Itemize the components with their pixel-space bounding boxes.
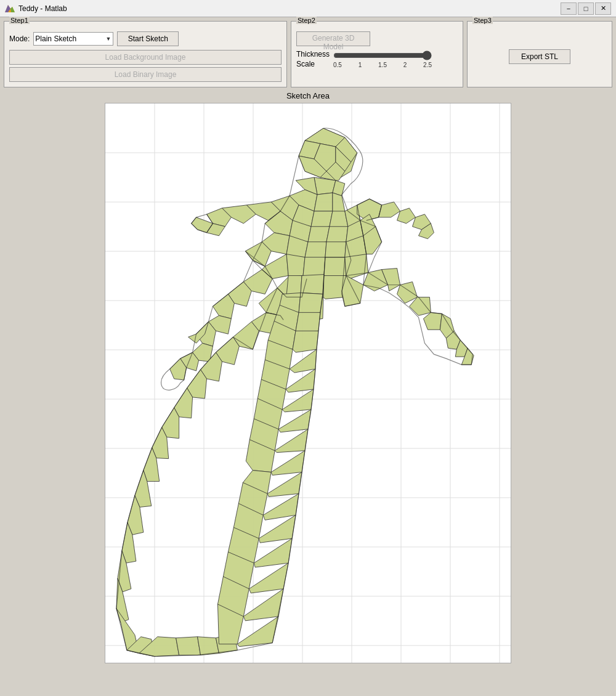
- slider-container: 0.5 1 1.5 2 2.5: [333, 51, 432, 68]
- svg-marker-129: [278, 410, 311, 432]
- scale-tick-3: 2: [403, 62, 407, 68]
- generate-3d-button[interactable]: Generate 3D Model: [296, 31, 370, 46]
- svg-marker-137: [263, 493, 299, 520]
- step3-title: Step3: [472, 17, 493, 24]
- load-background-image-button[interactable]: Load Background Image: [9, 50, 282, 65]
- svg-marker-133: [271, 451, 305, 475]
- svg-marker-60: [325, 242, 346, 259]
- scale-tick-0: 0.5: [333, 62, 342, 68]
- svg-marker-125: [286, 369, 315, 392]
- svg-marker-109: [176, 637, 201, 655]
- step1-panel: Step1 Mode: Plain Sketch Background Imag…: [4, 21, 287, 87]
- sketch-area-label: Sketch Area: [286, 91, 330, 100]
- svg-marker-2: [10, 7, 15, 12]
- svg-marker-145: [243, 589, 283, 621]
- step2-inner: Generate 3D Model ThicknessScale 0.5 1 1…: [296, 31, 458, 69]
- step1-row1: Mode: Plain Sketch Background Image Bina…: [9, 31, 282, 46]
- scale-tick-4: 2.5: [423, 62, 432, 68]
- thickness-slider[interactable]: [333, 51, 432, 60]
- toolbar-row: Step1 Mode: Plain Sketch Background Imag…: [4, 21, 612, 87]
- titlebar-left: Teddy - Matlab: [5, 4, 67, 14]
- svg-marker-141: [254, 538, 292, 567]
- sketch-wrapper: Sketch Area: [4, 91, 612, 663]
- step3-panel: Step3 Export STL: [467, 21, 612, 87]
- mode-select[interactable]: Plain Sketch Background Image Binary Ima…: [33, 32, 113, 46]
- scale-tick-1: 1: [359, 62, 362, 68]
- svg-marker-121: [293, 331, 318, 352]
- titlebar-title: Teddy - Matlab: [18, 4, 67, 13]
- svg-marker-91: [342, 276, 363, 307]
- sketch-area[interactable]: [105, 103, 511, 663]
- svg-marker-115: [301, 275, 324, 294]
- svg-marker-123: [290, 349, 317, 373]
- mode-label: Mode:: [9, 34, 30, 43]
- svg-marker-127: [282, 389, 314, 412]
- export-stl-button[interactable]: Export STL: [509, 49, 570, 64]
- thickness-label: ThicknessScale: [296, 50, 330, 69]
- svg-marker-78: [423, 312, 442, 330]
- start-sketch-button[interactable]: Start Sketch: [117, 31, 179, 46]
- svg-marker-131: [275, 429, 308, 453]
- slider-scale: 0.5 1 1.5 2 2.5: [333, 62, 432, 68]
- thickness-row: ThicknessScale 0.5 1 1.5 2 2.5: [296, 50, 432, 69]
- load-binary-image-button[interactable]: Load Binary Image: [9, 67, 282, 82]
- step1-col2: Load Background Image Load Binary Image: [9, 50, 282, 82]
- mode-select-wrapper[interactable]: Plain Sketch Background Image Binary Ima…: [33, 32, 113, 46]
- svg-marker-47: [379, 202, 400, 217]
- scale-tick-2: 1.5: [378, 62, 387, 68]
- step2-title: Step2: [296, 17, 317, 24]
- main-content: Step1 Mode: Plain Sketch Background Imag…: [0, 17, 616, 696]
- svg-marker-34: [314, 193, 333, 211]
- step2-panel: Step2 Generate 3D Model ThicknessScale 0…: [291, 21, 463, 87]
- minimize-button[interactable]: −: [561, 2, 577, 15]
- svg-marker-65: [286, 254, 305, 277]
- matlab-icon: [5, 4, 15, 14]
- gecko-mesh: [105, 103, 511, 663]
- svg-marker-77: [410, 297, 431, 315]
- maximize-button[interactable]: □: [578, 2, 594, 15]
- step1-title: Step1: [9, 17, 30, 24]
- svg-marker-135: [267, 472, 302, 497]
- close-button[interactable]: ✕: [595, 2, 611, 15]
- titlebar-controls: − □ ✕: [561, 2, 611, 15]
- svg-marker-114: [286, 276, 302, 296]
- svg-marker-110: [198, 637, 219, 655]
- svg-marker-30: [314, 177, 336, 195]
- svg-marker-139: [259, 515, 296, 543]
- titlebar: Teddy - Matlab − □ ✕: [0, 0, 616, 17]
- svg-marker-143: [249, 563, 288, 593]
